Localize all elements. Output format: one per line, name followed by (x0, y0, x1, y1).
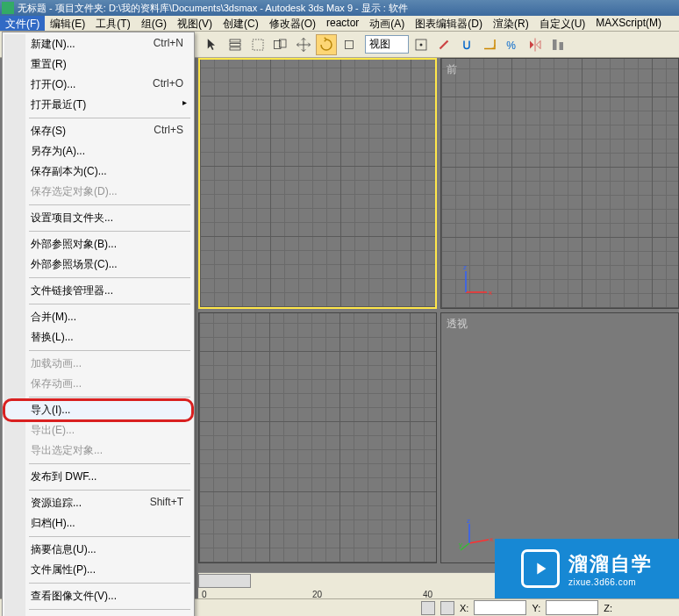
y-coord-input[interactable] (546, 600, 598, 615)
menu-item[interactable]: 保存(S)Ctrl+S (4, 121, 192, 141)
x-label: X: (460, 603, 468, 613)
menu-separator (29, 350, 190, 351)
menu-shortcut: Ctrl+O (153, 77, 183, 92)
menu-edit[interactable]: 编辑(E) (45, 16, 90, 31)
menu-item[interactable]: 导入(I)... (3, 398, 194, 422)
rotate-tool[interactable] (316, 34, 337, 55)
menu-item[interactable]: 新建(N)...Ctrl+N (4, 34, 192, 54)
menu-item-label: 导出选定对象... (31, 443, 103, 458)
scale-tool[interactable] (339, 34, 360, 55)
keymode-button[interactable] (440, 601, 454, 615)
axis-gizmo-icon: x z y (459, 519, 494, 554)
menu-separator (29, 490, 190, 491)
lock-selection-button[interactable] (421, 601, 435, 615)
file-menu-dropdown: 新建(N)...Ctrl+N重置(R)打开(O)...Ctrl+O打开最近(T)… (2, 32, 195, 616)
menu-modifiers[interactable]: 修改器(O) (264, 16, 321, 31)
menu-item: 保存选定对象(D)... (4, 182, 192, 202)
viewport-bottom-right[interactable]: 透视 x z y (440, 312, 679, 563)
menu-file[interactable]: 文件(F) (0, 16, 45, 31)
menu-animation[interactable]: 动画(A) (364, 16, 410, 31)
menu-item-label: 导出(E)... (31, 423, 75, 438)
axis-gizmo-icon: x z (459, 264, 494, 299)
menu-group[interactable]: 组(G) (136, 16, 172, 31)
menu-item-label: 保存副本为(C)... (31, 164, 107, 179)
menu-shortcut: Ctrl+S (154, 124, 183, 139)
select-tool[interactable] (202, 34, 223, 55)
menu-item-label: 保存动画... (31, 376, 82, 391)
menu-view[interactable]: 视图(V) (172, 16, 218, 31)
menu-item[interactable]: 外部参照对象(B)... (4, 234, 192, 254)
angle-snap-tool[interactable] (479, 34, 500, 55)
mirror-tool[interactable] (525, 34, 546, 55)
menu-item[interactable]: 打开(O)...Ctrl+O (4, 75, 192, 95)
viewport-top-right[interactable]: 前 x z (440, 58, 679, 309)
menu-reactor[interactable]: reactor (321, 16, 364, 31)
snap-tool[interactable] (456, 34, 477, 55)
x-coord-input[interactable] (474, 600, 526, 615)
watermark-url: zixue.3d66.com (568, 577, 653, 587)
viewport-label: 透视 (447, 317, 468, 332)
window-titlebar: 无标题 - 项目文件夹: D:\我的资料库\Documents\3dsmax -… (0, 0, 679, 16)
menu-item-label: 导入(I)... (31, 403, 70, 418)
menu-item[interactable]: 退出(X) (4, 612, 192, 616)
viewport-label: 前 (447, 62, 457, 77)
menu-item[interactable]: 设置项目文件夹... (4, 208, 192, 228)
menu-item[interactable]: 发布到 DWF... (4, 467, 192, 487)
menu-item-label: 替换(L)... (31, 330, 74, 345)
pivot-tool[interactable] (411, 34, 432, 55)
manipulate-tool[interactable] (433, 34, 454, 55)
menu-maxscript[interactable]: MAXScript(M) (590, 16, 667, 31)
menu-item[interactable]: 替换(L)... (4, 327, 192, 347)
menu-item[interactable]: 文件链接管理器... (4, 281, 192, 301)
menu-item[interactable]: 外部参照场景(C)... (4, 254, 192, 275)
menu-separator (29, 609, 190, 610)
menu-tools[interactable]: 工具(T) (90, 16, 135, 31)
menu-item-label: 合并(M)... (31, 310, 76, 325)
menu-customize[interactable]: 自定义(U) (534, 16, 591, 31)
svg-text:y: y (459, 541, 462, 548)
menu-separator (29, 463, 190, 464)
svg-rect-0 (230, 39, 240, 42)
watermark-text: 溜溜自学 (568, 551, 653, 577)
svg-rect-6 (346, 40, 354, 48)
menu-item: 导出(E)... (4, 420, 192, 441)
viewport-bottom-left[interactable] (198, 312, 437, 563)
menu-item[interactable]: 另存为(A)... (4, 141, 192, 161)
window-crossing-tool[interactable] (270, 34, 291, 55)
percent-snap-tool[interactable]: % (502, 34, 523, 55)
reference-coord-dropdown[interactable]: 视图 (365, 35, 409, 54)
menu-item[interactable]: 打开最近(T) (4, 95, 192, 115)
menu-item[interactable]: 保存副本为(C)... (4, 161, 192, 182)
menu-render[interactable]: 渲染(R) (488, 16, 534, 31)
menu-item[interactable]: 归档(H)... (4, 513, 192, 534)
z-label: Z: (604, 603, 612, 613)
select-name-tool[interactable] (225, 34, 246, 55)
menu-item-label: 打开(O)... (31, 77, 75, 92)
menu-item-label: 摘要信息(U)... (31, 542, 96, 557)
menu-item[interactable]: 文件属性(P)... (4, 560, 192, 580)
menu-separator (29, 583, 190, 584)
viewport-container: 前 x z 透视 x z y (198, 58, 679, 563)
menu-item-label: 外部参照场景(C)... (31, 257, 118, 272)
menu-create[interactable]: 创建(C) (218, 16, 264, 31)
menu-separator (29, 277, 190, 278)
svg-rect-10 (553, 39, 557, 50)
menu-separator (29, 304, 190, 304)
menu-separator (29, 118, 190, 118)
menu-graph-editors[interactable]: 图表编辑器(D) (410, 16, 488, 31)
menu-item[interactable]: 摘要信息(U)... (4, 540, 192, 560)
menu-separator (29, 204, 190, 205)
menu-item[interactable]: 重置(R) (4, 54, 192, 75)
menu-item[interactable]: 查看图像文件(V)... (4, 586, 192, 606)
menu-item[interactable]: 合并(M)... (4, 307, 192, 327)
rect-select-tool[interactable] (247, 34, 268, 55)
move-tool[interactable] (293, 34, 314, 55)
viewport-top-left[interactable] (198, 58, 437, 309)
svg-line-16 (469, 540, 489, 543)
timeline-slider[interactable] (198, 574, 251, 588)
align-tool[interactable] (547, 34, 568, 55)
menu-item[interactable]: 资源追踪...Shift+T (4, 493, 192, 513)
menu-separator (29, 231, 190, 232)
app-icon (2, 2, 14, 14)
svg-rect-2 (230, 47, 240, 50)
